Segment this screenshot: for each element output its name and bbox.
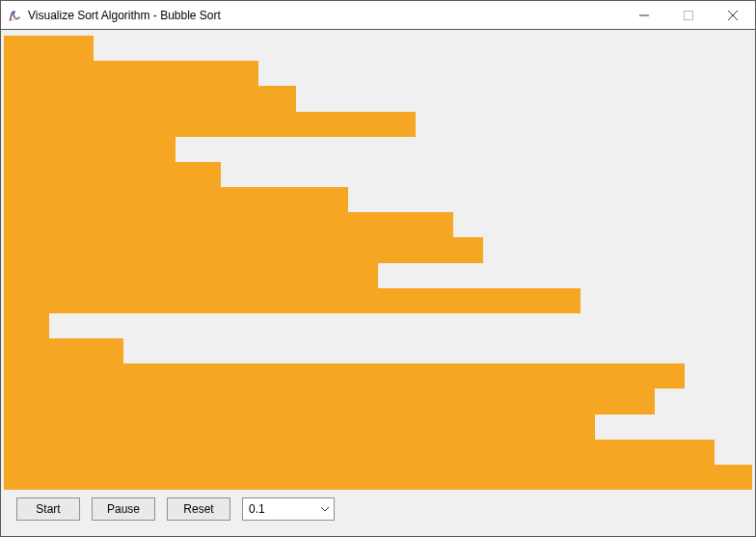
bar-row — [4, 235, 752, 260]
bar — [4, 36, 94, 61]
bar-row — [4, 185, 752, 210]
bar — [4, 137, 176, 162]
client-area: Start Pause Reset 0.1 — [1, 30, 755, 536]
bar — [4, 86, 296, 111]
bar — [4, 288, 580, 313]
bar-row — [4, 59, 752, 84]
bar — [4, 112, 416, 137]
bar-row — [4, 463, 752, 488]
titlebar: Visualize Sort Algorithm - Bubble Sort — [1, 1, 755, 30]
speed-select-value: 0.1 — [243, 502, 316, 516]
bar-row — [4, 210, 752, 235]
bar-row — [4, 438, 752, 463]
close-button[interactable] — [711, 1, 755, 29]
bar — [4, 465, 752, 490]
bar — [4, 187, 348, 212]
bar-row — [4, 286, 752, 311]
bar — [4, 415, 595, 440]
app-icon — [7, 8, 22, 23]
bar-row — [4, 84, 752, 109]
bar-row — [4, 362, 752, 387]
bar — [4, 363, 685, 389]
bar-row — [4, 387, 752, 412]
minimize-button[interactable] — [622, 1, 666, 29]
bar — [4, 338, 123, 363]
bar-row — [4, 311, 752, 336]
sort-visualization — [4, 34, 752, 488]
bar-row — [4, 413, 752, 438]
bar-row — [4, 34, 752, 59]
bar-row — [4, 261, 752, 286]
reset-button[interactable]: Reset — [167, 497, 230, 521]
window-title: Visualize Sort Algorithm - Bubble Sort — [28, 9, 622, 22]
start-button[interactable]: Start — [16, 497, 80, 521]
bar — [4, 162, 221, 187]
bar-row — [4, 336, 752, 362]
window-controls — [622, 1, 755, 29]
bar-row — [4, 110, 752, 135]
chevron-down-icon — [316, 507, 334, 512]
svg-rect-1 — [685, 11, 693, 19]
bar-row — [4, 135, 752, 160]
speed-select[interactable]: 0.1 — [242, 497, 335, 521]
bar — [4, 440, 715, 465]
bar — [4, 313, 49, 338]
bar — [4, 263, 378, 288]
pause-button[interactable]: Pause — [92, 497, 155, 521]
bar — [4, 237, 483, 262]
maximize-button[interactable] — [666, 1, 711, 29]
bar-row — [4, 160, 752, 185]
bar — [4, 389, 655, 414]
bar — [4, 212, 453, 237]
bar — [4, 61, 258, 86]
toolbar: Start Pause Reset 0.1 — [16, 497, 335, 521]
